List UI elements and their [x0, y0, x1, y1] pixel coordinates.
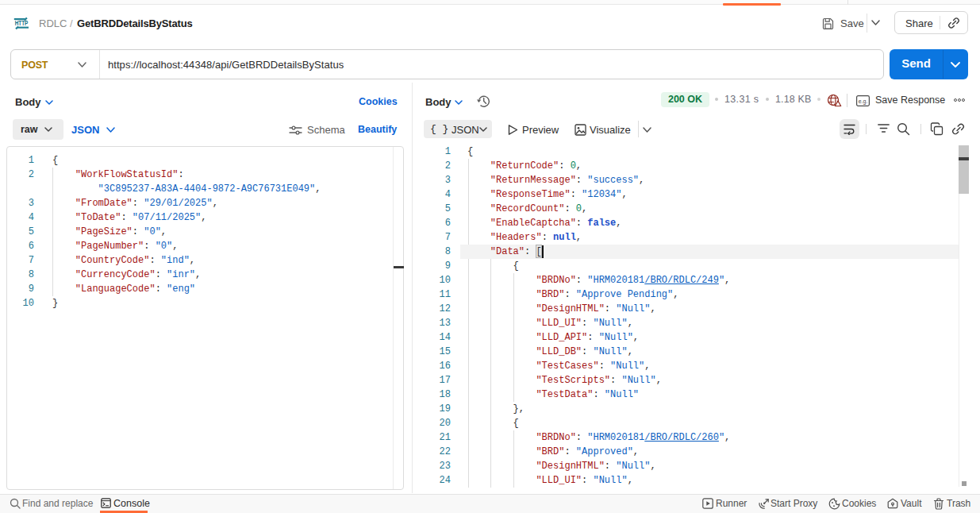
svg-text:HTTP: HTTP	[15, 19, 29, 27]
svg-text:e.g.: e.g.	[859, 98, 868, 105]
